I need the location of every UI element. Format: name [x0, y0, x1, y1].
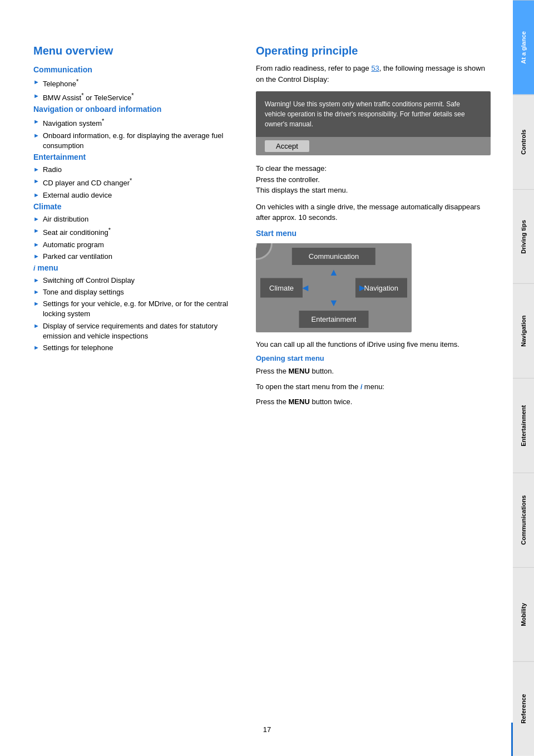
list-arrow-icon: ►	[33, 300, 39, 308]
page-container: Menu overview Communication ► Telephone*…	[0, 0, 534, 756]
start-menu-heading: Start menu	[256, 229, 491, 238]
section-heading-imenu: i menu	[33, 263, 234, 272]
list-item: ► Display of service requirements and da…	[33, 321, 234, 341]
arrow-down-icon: ▼	[329, 297, 339, 309]
list-text: Navigation system*	[43, 117, 105, 129]
sidebar-tab-controls[interactable]: Controls	[513, 95, 534, 189]
list-item: ► CD player and CD changer*	[33, 176, 234, 189]
list-item: ► Air distribution	[33, 214, 234, 224]
page-link[interactable]: 53	[371, 64, 379, 72]
list-arrow-icon: ►	[33, 117, 39, 126]
opening-line2: To open the start menu from the i menu:	[256, 381, 491, 392]
warning-accept-bar: Accept	[256, 137, 491, 155]
list-item: ► Switching off Control Display	[33, 276, 234, 286]
list-text: Telephone*	[43, 77, 78, 90]
page-number: 17	[263, 725, 271, 734]
list-text: Settings for your vehicle, e.g. for MDri…	[43, 299, 234, 319]
list-item: ► Navigation system*	[33, 117, 234, 129]
list-arrow-icon: ►	[33, 191, 39, 199]
arrow-up-icon: ▲	[329, 267, 339, 278]
i-icon: i	[33, 264, 35, 272]
section-climate: Climate ► Air distribution ► Seat air co…	[33, 202, 234, 262]
list-arrow-icon: ►	[33, 78, 39, 86]
main-content: Menu overview Communication ► Telephone*…	[0, 0, 513, 756]
right-column: Operating principle From radio readiness…	[256, 45, 491, 734]
list-arrow-icon: ►	[33, 215, 39, 223]
section-heading-climate: Climate	[33, 202, 234, 211]
warning-text: Warning! Use this system only when traff…	[265, 100, 465, 128]
menu-bold: MENU	[289, 367, 310, 375]
list-arrow-icon: ►	[33, 343, 39, 352]
list-text: Radio	[43, 165, 62, 175]
list-item: ► Automatic program	[33, 240, 234, 250]
list-arrow-icon: ►	[33, 288, 39, 296]
list-text: Parked car ventilation	[43, 252, 112, 262]
smd-entertainment: Entertainment	[299, 311, 369, 328]
opening-line3: Press the MENU button twice.	[256, 396, 491, 408]
intro-text: From radio readiness, refer to page 53, …	[256, 63, 491, 85]
list-item: ► Settings for telephone	[33, 343, 234, 353]
section-heading-nav: Navigation or onboard information	[33, 105, 234, 114]
arrow-right-icon: ►	[357, 282, 367, 293]
single-drive-text: On vehicles with a single drive, the mes…	[256, 202, 491, 223]
opening-line1: Press the MENU button.	[256, 366, 491, 377]
start-menu-description: You can call up all the functions of iDr…	[256, 339, 491, 350]
section-heading-entertainment: Entertainment	[33, 153, 234, 161]
sidebar-tab-entertainment[interactable]: Entertainment	[513, 378, 534, 473]
sidebar: At a glance Controls Driving tips Naviga…	[513, 0, 534, 756]
right-title: Operating principle	[256, 45, 491, 57]
list-arrow-icon: ►	[33, 177, 39, 185]
menu-bold-2: MENU	[289, 397, 310, 406]
opening-start-menu-heading: Opening start menu	[256, 354, 491, 362]
list-item: ► Telephone*	[33, 77, 234, 90]
i-menu-icon: i	[360, 383, 362, 391]
list-item: ► Tone and display settings	[33, 287, 234, 297]
list-arrow-icon: ►	[33, 131, 39, 140]
list-arrow-icon: ►	[33, 252, 39, 261]
list-text: Automatic program	[43, 240, 104, 250]
clear-message-text: To clear the message: Press the controll…	[256, 163, 491, 196]
warning-box: Warning! Use this system only when traff…	[256, 91, 491, 137]
sidebar-tab-communications[interactable]: Communications	[513, 473, 534, 567]
list-text: Switching off Control Display	[43, 276, 135, 286]
accept-button[interactable]: Accept	[265, 140, 309, 152]
smd-climate: Climate	[260, 278, 303, 297]
section-navigation-onboard: Navigation or onboard information ► Navi…	[33, 105, 234, 151]
sidebar-tab-at-a-glance[interactable]: At a glance	[513, 0, 534, 95]
i-center-icon: i	[256, 243, 258, 251]
list-arrow-icon: ►	[33, 276, 39, 284]
smd-communication: Communication	[292, 248, 375, 265]
left-title: Menu overview	[33, 45, 234, 57]
sidebar-tab-mobility[interactable]: Mobility	[513, 567, 534, 662]
list-arrow-icon: ►	[33, 240, 39, 249]
list-text: Onboard information, e.g. for displaying…	[43, 131, 234, 151]
start-menu-diagram: Communication Climate i Navigation Enter…	[256, 243, 412, 332]
list-arrow-icon: ►	[33, 165, 39, 174]
list-text: Seat air conditioning*	[43, 226, 111, 238]
section-heading-communication: Communication	[33, 65, 234, 74]
blue-line-decoration	[511, 723, 513, 756]
list-text: Tone and display settings	[43, 287, 124, 297]
list-arrow-icon: ►	[33, 92, 39, 100]
list-item: ► BMW Assist* or TeleService*	[33, 91, 234, 104]
list-arrow-icon: ►	[33, 227, 39, 235]
list-item: ► Settings for your vehicle, e.g. for MD…	[33, 299, 234, 319]
left-column: Menu overview Communication ► Telephone*…	[33, 45, 234, 734]
section-entertainment: Entertainment ► Radio ► CD player and CD…	[33, 153, 234, 200]
sidebar-tab-navigation[interactable]: Navigation	[513, 283, 534, 378]
sidebar-tab-driving-tips[interactable]: Driving tips	[513, 189, 534, 284]
list-text: BMW Assist* or TeleService*	[43, 91, 134, 104]
list-item: ► External audio device	[33, 190, 234, 200]
list-arrow-icon: ►	[33, 322, 39, 330]
list-text: External audio device	[43, 190, 112, 200]
list-text: CD player and CD changer*	[43, 176, 132, 189]
list-text: Settings for telephone	[43, 343, 113, 353]
arrow-left-icon: ◄	[300, 282, 310, 293]
sidebar-tab-reference[interactable]: Reference	[513, 661, 534, 756]
warning-container: Warning! Use this system only when traff…	[256, 91, 491, 155]
list-item: ► Parked car ventilation	[33, 252, 234, 262]
list-text: Air distribution	[43, 214, 88, 224]
list-item: ► Radio	[33, 165, 234, 175]
list-item: ► Onboard information, e.g. for displayi…	[33, 131, 234, 151]
smd-center-knob: i	[256, 243, 273, 260]
